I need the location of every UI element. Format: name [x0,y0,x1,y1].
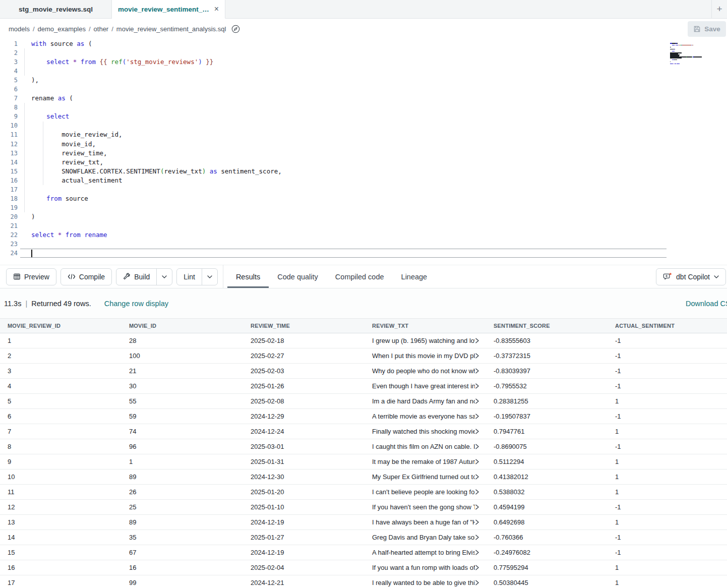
expand-cell-button[interactable] [475,383,486,389]
code-line[interactable] [22,185,727,194]
code-line[interactable]: actual_sentiment [22,176,727,185]
table-header-row: MOVIE_REVIEW_IDMOVIE_IDREVIEW_TIMEREVIEW… [0,318,727,333]
review-text: I grew up (b. 1965) watching and lovin… [372,337,475,344]
minimap[interactable] [670,43,704,67]
tab-results[interactable]: Results [227,265,269,288]
editor-code[interactable]: with source as ( select * from {{ ref('s… [22,39,727,258]
dbt-ide-window: stg_movie_reviews.sql movie_review_senti… [0,0,727,588]
preview-button[interactable]: Preview [6,268,56,285]
code-line[interactable]: from source [22,194,727,203]
column-header[interactable]: MOVIE_REVIEW_ID [0,323,122,329]
expand-cell-button[interactable] [475,489,486,495]
table-cell: 0.7947761 [486,428,608,435]
code-line[interactable]: movie_review_id, [22,130,727,139]
file-tab-label: movie_review_sentiment_… [118,6,209,13]
table-cell: 1 [608,428,727,435]
code-line[interactable]: movie_id, [22,140,727,149]
table-cell: -1 [608,534,727,541]
code-line[interactable]: SNOWFLAKE.CORTEX.SENTIMENT(review_txt) a… [22,167,727,176]
column-header[interactable]: REVIEW_TIME [243,323,365,329]
file-tab-stg-movie-reviews[interactable]: stg_movie_reviews.sql [0,0,112,19]
build-button[interactable]: Build [116,269,156,285]
review-text: I can't believe people are looking for a… [372,488,475,496]
breadcrumb-segment[interactable]: movie_review_sentiment_analysis.sql [116,25,226,33]
code-line[interactable]: review_txt, [22,158,727,167]
compile-button[interactable]: Compile [60,268,112,285]
column-header[interactable]: MOVIE_ID [122,323,243,329]
code-line[interactable] [22,203,727,212]
review-text: Why do people who do not know what… [372,367,475,375]
table-cell: 2024-12-24 [243,428,365,435]
tab-code-quality[interactable]: Code quality [269,265,327,288]
build-label: Build [134,273,150,281]
preview-label: Preview [24,273,49,281]
code-line[interactable]: with source as ( [22,39,727,48]
expand-cell-button[interactable] [475,550,486,555]
line-number: 18 [0,194,22,203]
expand-cell-button[interactable] [475,353,486,359]
line-number: 8 [0,103,22,112]
column-header[interactable]: ACTUAL_SENTIMENT [608,323,727,329]
table-cell: It may be the remake of 1987 Autumn'… [365,458,486,465]
line-number: 21 [0,221,22,230]
expand-cell-button[interactable] [475,368,486,374]
code-line[interactable]: select * from rename [22,230,727,240]
code-line[interactable] [22,221,727,230]
table-cell: A terrible movie as everyone has said. … [365,413,486,420]
code-editor[interactable]: 123456789101112131415161718192021222324 … [0,39,727,265]
tab-compiled-code[interactable]: Compiled code [327,265,393,288]
expand-cell-button[interactable] [475,459,486,464]
compass-icon[interactable] [231,24,240,34]
lint-dropdown-button[interactable] [202,269,217,285]
expand-cell-button[interactable] [475,474,486,480]
table-cell: 2025-03-01 [243,443,365,450]
save-button[interactable]: Save [688,21,726,37]
column-header[interactable]: REVIEW_TXT [365,323,486,329]
code-line[interactable] [22,67,727,76]
expand-cell-button[interactable] [475,338,486,343]
table-cell: 0.6492698 [486,518,608,526]
expand-cell-button[interactable] [475,414,486,419]
change-row-display-link[interactable]: Change row display [104,300,168,308]
breadcrumb-segment[interactable]: other [94,25,109,33]
expand-cell-button[interactable] [475,444,486,449]
code-line[interactable] [22,121,727,130]
expand-cell-button[interactable] [475,398,486,404]
column-header[interactable]: SENTIMENT_SCORE [486,323,608,329]
code-line[interactable]: review_time, [22,149,727,158]
table-cell: 2025-01-26 [243,382,365,390]
new-tab-button[interactable]: + [712,4,727,15]
breadcrumb-segment[interactable]: demo_examples [38,25,86,33]
code-line[interactable]: ), [22,76,727,85]
dbt-copilot-button[interactable]: dbt Copilot [656,268,726,285]
copilot-label: dbt Copilot [676,273,710,281]
table-cell: My Super Ex Girlfriend turned out to b… [365,473,486,481]
code-line[interactable]: select [22,112,727,121]
code-line[interactable] [22,48,727,57]
expand-cell-button[interactable] [475,535,486,540]
lint-button[interactable]: Lint [177,269,202,285]
file-tab-movie-review-sentiment[interactable]: movie_review_sentiment_… × [112,0,225,19]
build-dropdown-button[interactable] [156,269,172,285]
tab-lineage[interactable]: Lineage [393,265,436,288]
code-line[interactable]: select * from {{ ref('stg_movie_reviews'… [22,57,727,67]
code-line[interactable] [22,85,727,94]
lint-label: Lint [184,273,195,281]
line-number: 14 [0,158,22,167]
expand-cell-button[interactable] [475,519,486,525]
table-body: 1282025-02-18I grew up (b. 1965) watchin… [0,333,727,588]
code-line[interactable] [22,103,727,112]
expand-cell-button[interactable] [475,429,486,434]
line-number: 17 [0,185,22,194]
close-tab-icon[interactable]: × [214,5,219,13]
download-csv-link[interactable]: Download CSV [686,300,727,308]
code-line[interactable]: rename as ( [22,94,727,103]
expand-cell-button[interactable] [475,580,486,585]
code-line[interactable]: ) [22,212,727,221]
code-line[interactable] [22,240,727,249]
expand-cell-button[interactable] [475,504,486,510]
table-cell: 21 [122,367,243,375]
table-row: 12252025-01-10If you haven't seen the go… [0,500,727,515]
expand-cell-button[interactable] [475,565,486,570]
breadcrumb-segment[interactable]: models [9,25,30,33]
